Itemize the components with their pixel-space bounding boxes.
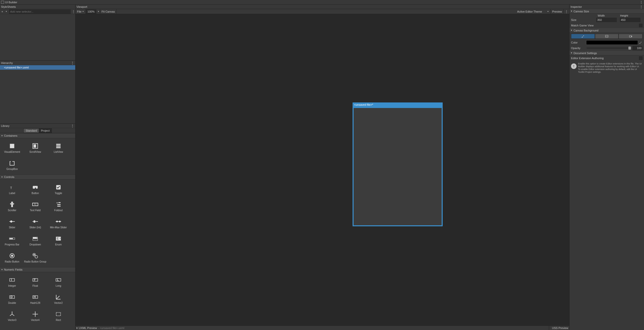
selector-input[interactable]	[10, 10, 70, 13]
vector4-icon	[32, 311, 39, 318]
svg-text:H: H	[34, 295, 36, 299]
lib-toggle[interactable]: Toggle	[47, 180, 70, 198]
eyedropper-icon	[581, 34, 585, 38]
ext-authoring-label: Editor Extension Authoring	[571, 57, 639, 60]
bg-tab-image[interactable]	[595, 34, 619, 39]
match-gameview-checkbox[interactable]	[639, 24, 642, 27]
lib-groupbox[interactable]: GroupBox	[1, 156, 24, 173]
app-menu-icon[interactable]: ⋮	[639, 1, 643, 4]
eyedropper-button[interactable]	[638, 40, 642, 45]
slider-thumb[interactable]	[628, 47, 631, 50]
svg-rect-2	[34, 144, 36, 148]
viewport-canvas-area[interactable]: <unsaved file>*	[75, 14, 569, 325]
bg-tab-color[interactable]	[571, 34, 595, 39]
zoom-input[interactable]	[86, 9, 96, 14]
expand-arrow-icon: ▶	[77, 327, 78, 329]
lib-label[interactable]: TLabel	[1, 180, 24, 198]
section-document-settings[interactable]: ▼ Document Settings	[570, 51, 644, 55]
lib-integer[interactable]: IInteger	[1, 273, 24, 290]
lib-listview[interactable]: ListView	[47, 139, 70, 156]
hierarchy-root-item[interactable]: <unsaved file>.uxml	[0, 65, 75, 70]
lib-button[interactable]: Button	[24, 180, 47, 198]
canvas-outline[interactable]: <unsaved file>*	[353, 107, 443, 226]
hierarchy-root-label: <unsaved file>.uxml	[4, 66, 29, 69]
file-menu-button[interactable]: File ▼	[75, 9, 86, 14]
svg-rect-7	[11, 161, 13, 162]
stylesheet-dropdown-icon[interactable]: ▾	[4, 9, 9, 14]
section-canvas-size[interactable]: ▼ Canvas Size	[570, 9, 644, 14]
opacity-slider[interactable]	[587, 48, 631, 49]
uss-preview-label: USS Preview	[552, 326, 568, 329]
foldout-arrow-icon: ▼	[1, 269, 3, 271]
category-numeric[interactable]: ▼ Numeric Fields	[0, 267, 75, 272]
chevron-down-icon: ▼	[82, 11, 84, 12]
stylesheets-menu-icon[interactable]: ⋮	[72, 10, 75, 13]
opacity-field[interactable]	[632, 46, 642, 50]
lib-vector4[interactable]: Vector4	[24, 307, 47, 324]
lib-enum[interactable]: EEnum	[47, 232, 70, 249]
category-controls[interactable]: ▼ Controls	[0, 174, 75, 179]
uss-preview-panel[interactable]: USS Preview	[549, 326, 569, 330]
svg-rect-46	[605, 35, 608, 37]
ext-authoring-checkbox[interactable]	[639, 56, 642, 60]
lib-progressbar[interactable]: Progress Bar	[1, 232, 24, 249]
tab-project[interactable]: Project	[39, 128, 52, 133]
info-icon: !	[571, 63, 577, 69]
lib-scrollview[interactable]: ScrollView	[24, 139, 47, 156]
lib-radiobutton[interactable]: Radio Button	[1, 249, 24, 266]
lib-radiobuttongroup[interactable]: Radio Button Group	[24, 249, 47, 266]
tab-standard[interactable]: Standard	[23, 128, 39, 133]
lib-float[interactable]: FFloat	[24, 273, 47, 290]
height-field[interactable]	[620, 18, 640, 22]
width-header-label: Width	[598, 14, 620, 17]
svg-rect-14	[58, 202, 61, 203]
category-containers[interactable]: ▼ Containers	[0, 133, 75, 138]
stylesheets-title: StyleSheets	[1, 5, 74, 8]
lib-scroller[interactable]: Scroller	[1, 198, 24, 215]
lib-hash128[interactable]: HHash128	[24, 290, 47, 307]
canvas-title-bar[interactable]: <unsaved file>*	[353, 102, 443, 107]
lib-sliderint[interactable]: Slider (Int)	[24, 215, 47, 232]
viewport-menu-icon[interactable]: ⋮	[564, 10, 569, 13]
canvas-inner[interactable]	[354, 108, 442, 225]
fit-canvas-button[interactable]: Fit Canvas	[100, 9, 117, 14]
lib-textfield[interactable]: T|Text Field	[24, 198, 47, 215]
color-swatch[interactable]	[586, 40, 638, 45]
svg-point-34	[35, 255, 38, 258]
theme-dropdown[interactable]: Active Editor Theme ▼	[516, 9, 551, 14]
width-field[interactable]	[596, 18, 617, 22]
lib-vector2[interactable]: Vector2	[47, 290, 70, 307]
uxml-preview-panel[interactable]: ▶ UXML Preview - <unsaved file>.uxml	[75, 326, 549, 330]
progressbar-icon	[9, 235, 16, 242]
stylesheets-panel: StyleSheets + ▾ ⋮	[0, 5, 75, 61]
lib-visualelement[interactable]: VisualElement	[1, 139, 24, 156]
library-menu-icon[interactable]: ⋮	[71, 125, 74, 127]
inspector-menu-icon[interactable]: ⋮	[639, 6, 643, 8]
lib-vector3[interactable]: Vector3	[1, 307, 24, 324]
label-icon: T	[9, 184, 16, 191]
lib-foldout[interactable]: Foldout	[47, 198, 70, 215]
listview-icon	[55, 142, 62, 150]
dropdown-icon	[32, 235, 39, 242]
section-canvas-background[interactable]: ▼ Canvas Background	[570, 28, 644, 33]
preview-button[interactable]: Preview	[551, 9, 564, 14]
bg-tab-camera[interactable]	[619, 34, 642, 39]
hierarchy-menu-icon[interactable]: ⋮	[71, 62, 74, 64]
hierarchy-panel: Hierarchy ⋮ <unsaved file>.uxml	[0, 61, 75, 124]
groupbox-icon	[9, 160, 16, 167]
lib-minmaxslider[interactable]: Min-Max Slider	[47, 215, 70, 232]
zoom-dropdown-button[interactable]: ▼	[96, 9, 100, 14]
lib-slider[interactable]: Slider	[1, 215, 24, 232]
lib-double[interactable]: DDouble	[1, 290, 24, 307]
svg-text:F: F	[34, 278, 36, 282]
hash128-icon: H	[32, 294, 39, 301]
svg-text:D: D	[11, 295, 13, 299]
lib-rect[interactable]: Rect	[47, 307, 70, 324]
visualelement-icon	[9, 142, 16, 150]
lib-long[interactable]: LLong	[47, 273, 70, 290]
lib-dropdown[interactable]: Dropdown	[24, 232, 47, 249]
library-scroll[interactable]: ▼ Containers VisualElement ScrollView Li…	[0, 133, 75, 330]
viewport-header: Viewport	[75, 5, 569, 9]
foldout-arrow-icon: ▼	[571, 10, 573, 12]
canvas-title-label: <unsaved file>*	[354, 103, 373, 106]
